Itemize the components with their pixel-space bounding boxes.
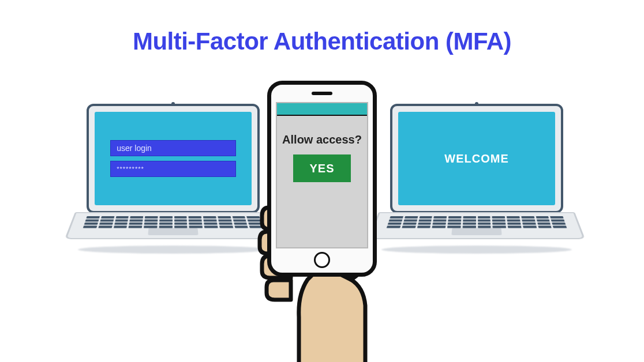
phone-speaker-icon [312,92,332,95]
phone-home-button[interactable] [314,252,330,268]
smartphone: Allow access? YES [267,81,377,277]
phone-screen: Allow access? YES [276,102,368,248]
page-title: Multi-Factor Authentication (MFA) [0,28,644,55]
welcome-text: WELCOME [444,152,508,165]
illustration-stage: user login ********* WELCOME [0,98,644,362]
password-input[interactable]: ********* [110,161,236,177]
mfa-prompt-text: Allow access? [277,133,367,146]
yes-button[interactable]: YES [293,154,351,182]
username-input[interactable]: user login [110,140,236,156]
phone-status-bar [277,103,367,116]
phone-in-hand: Allow access? YES [230,81,414,362]
